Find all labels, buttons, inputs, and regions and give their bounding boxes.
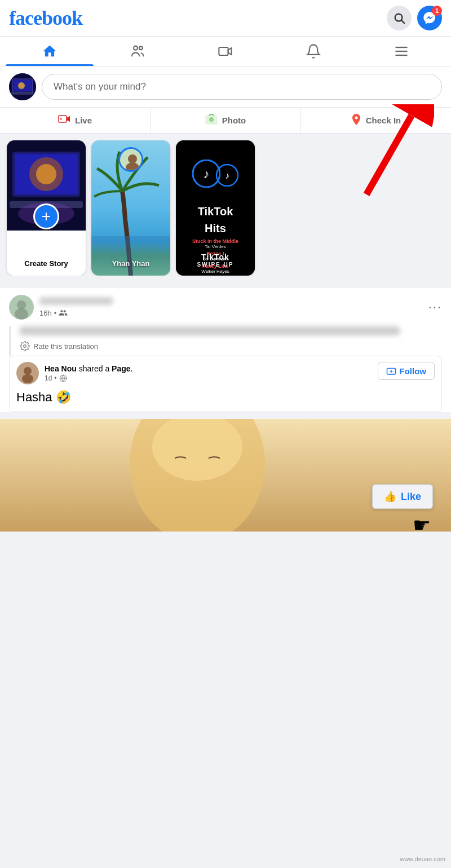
svg-point-31: [128, 154, 137, 163]
like-button[interactable]: 👍 Like: [372, 484, 433, 509]
shared-audience-icon: [59, 374, 67, 382]
svg-point-19: [209, 117, 214, 122]
post-header-left-1: 16h •: [9, 295, 113, 320]
svg-point-17: [60, 118, 62, 120]
shared-card-user: Hea Nou shared a Page. 1d •: [16, 362, 132, 384]
story-create-plus-icon: +: [33, 203, 59, 229]
svg-point-20: [355, 117, 357, 119]
shared-page-card: Hea Nou shared a Page. 1d •: [9, 356, 442, 412]
rate-translation[interactable]: Rate this translation: [20, 341, 442, 351]
like-label: Like: [401, 491, 421, 503]
header-icons: 1: [387, 6, 442, 30]
post-avatar-1: [9, 295, 34, 320]
tiktok-hits-label: Hits: [205, 222, 226, 235]
post-content-1: Rate this translation: [9, 326, 451, 356]
nav-friends[interactable]: [94, 37, 182, 66]
svg-point-39: [15, 308, 28, 320]
status-input[interactable]: What's on your mind?: [42, 74, 442, 100]
shared-user-avatar: [16, 362, 39, 384]
bottom-image-svg: [0, 419, 451, 532]
svg-point-40: [24, 345, 26, 348]
bottom-post-image: 👍 Like ☛: [0, 419, 451, 532]
shared-meta-sep: •: [54, 374, 56, 382]
checkin-label: Check In: [366, 116, 401, 125]
search-button[interactable]: [387, 6, 412, 30]
svg-point-42: [24, 367, 32, 375]
svg-point-25: [36, 164, 56, 184]
checkin-button[interactable]: Check In: [301, 108, 451, 133]
post-username-blurred: [39, 297, 113, 305]
photo-label: Photo: [222, 116, 246, 125]
live-button[interactable]: Live: [0, 108, 151, 133]
shared-post-meta: 1d •: [45, 374, 132, 382]
post-card-1: 16h • ··· Rate this translation: [0, 288, 451, 412]
status-bar: What's on your mind?: [0, 67, 451, 108]
follow-label: Follow: [400, 366, 427, 376]
nav-home[interactable]: [6, 37, 94, 66]
post-time: 16h: [39, 309, 52, 317]
yhan-story-label: Yhan Yhan: [91, 259, 170, 268]
tiktok-icon-row: ♪ ♪: [192, 148, 238, 188]
follow-button[interactable]: Follow: [378, 362, 435, 380]
post-actions-bar: Live Photo Check In: [0, 108, 451, 134]
user-avatar: [9, 73, 36, 100]
follow-plus-icon: [386, 366, 396, 376]
svg-point-2: [134, 46, 138, 50]
shared-user-name: Hea Nou shared a Page.: [45, 364, 132, 373]
photo-icon: [205, 114, 218, 127]
shared-card-body: Hasha 🤣: [10, 390, 441, 411]
nav-bar: [0, 37, 451, 67]
yhan-story-card[interactable]: Yhan Yhan: [91, 140, 170, 276]
post-text-blurred: [20, 326, 400, 335]
header: facebook 1: [0, 0, 451, 37]
tiktok-swipe-label: TikTok SWIPE UP: [197, 253, 234, 268]
tiktok-logo-text: TikTok: [198, 199, 233, 220]
tiktok-story-card[interactable]: ♪ ♪ TikTok Hits Stuck in the Middle Tai …: [176, 140, 255, 276]
svg-point-43: [22, 374, 33, 383]
post-user-info-1: 16h •: [39, 297, 113, 317]
post-meta-1: 16h •: [39, 308, 113, 317]
live-icon: [58, 114, 70, 127]
svg-line-1: [401, 20, 404, 23]
post-header-1: 16h • ···: [0, 288, 451, 326]
svg-marker-16: [67, 116, 70, 122]
svg-text:♪: ♪: [225, 171, 229, 180]
yhan-story-avatar: [118, 147, 143, 172]
svg-rect-14: [10, 92, 35, 95]
nav-notifications[interactable]: [269, 37, 357, 66]
shared-post-text: Hasha 🤣: [16, 390, 71, 404]
watermark: www.deuao.com: [400, 856, 445, 862]
stories-section: + Create Story: [0, 134, 451, 282]
messenger-button[interactable]: 1: [417, 6, 442, 30]
create-story-label: Create Story: [7, 231, 86, 276]
shared-card-header: Hea Nou shared a Page. 1d •: [10, 356, 441, 390]
svg-point-38: [17, 300, 26, 309]
live-label: Live: [75, 116, 92, 125]
svg-rect-4: [219, 47, 228, 55]
checkin-icon: [351, 113, 361, 127]
photo-button[interactable]: Photo: [151, 108, 301, 133]
tiktok-story-content: ♪ ♪ TikTok Hits Stuck in the Middle Tai …: [176, 140, 255, 276]
facebook-logo: facebook: [9, 6, 82, 30]
yhan-story-bg: [91, 140, 170, 276]
rate-translation-label: Rate this translation: [33, 342, 98, 351]
svg-point-3: [139, 46, 143, 50]
like-icon: 👍: [384, 490, 396, 503]
shared-time: 1d: [45, 374, 52, 382]
post-separator: •: [54, 309, 57, 317]
settings-icon: [20, 341, 30, 351]
create-story-card[interactable]: + Create Story: [7, 140, 86, 276]
nav-menu[interactable]: [357, 37, 445, 66]
svg-point-13: [18, 82, 25, 89]
messenger-badge: 1: [432, 6, 442, 16]
nav-video[interactable]: [182, 37, 269, 66]
svg-rect-29: [91, 236, 170, 276]
post-audience-icon: [59, 308, 68, 317]
shared-user-info: Hea Nou shared a Page. 1d •: [45, 364, 132, 382]
post-more-button-1[interactable]: ···: [428, 300, 442, 315]
stories-container: + Create Story: [0, 140, 451, 276]
feed-separator: [0, 282, 451, 288]
avatar-image: [9, 73, 36, 100]
svg-text:♪: ♪: [204, 167, 210, 181]
